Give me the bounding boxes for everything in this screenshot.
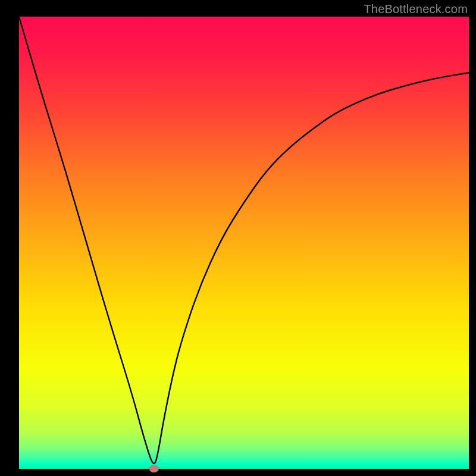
chart-stage: TheBottleneck.com — [0, 0, 476, 476]
minimum-marker — [149, 465, 159, 472]
bottleneck-chart — [0, 0, 476, 476]
watermark-text: TheBottleneck.com — [364, 2, 468, 16]
